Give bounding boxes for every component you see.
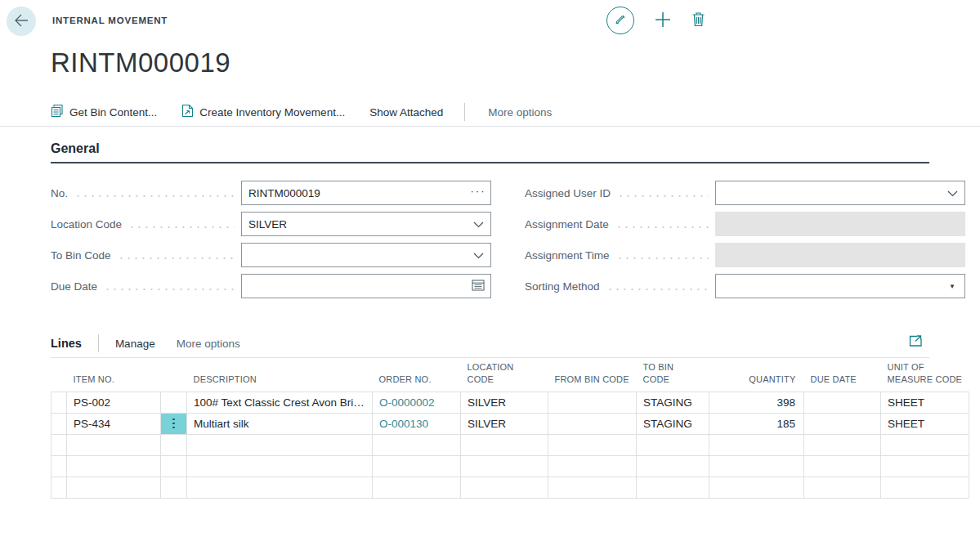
quantity-cell[interactable]: 185	[709, 413, 804, 434]
row-selector-cell[interactable]	[51, 477, 67, 498]
more-options-button[interactable]: More options	[488, 106, 552, 119]
uom-code-cell[interactable]: SHEET	[881, 392, 969, 413]
manage-button[interactable]: Manage	[115, 338, 155, 350]
location-code-dropdown-button[interactable]	[466, 213, 490, 235]
column-header-uom-code[interactable]: UNIT OF MEASURE CODE	[881, 358, 969, 392]
empty-cell[interactable]	[161, 434, 187, 455]
from-bin-code-cell[interactable]	[548, 392, 637, 413]
empty-cell[interactable]	[187, 477, 373, 498]
row-selector-cell[interactable]	[51, 455, 67, 477]
row-menu-cell[interactable]	[161, 392, 187, 413]
empty-cell[interactable]	[67, 477, 161, 498]
due-date-cell[interactable]	[804, 413, 881, 434]
column-header-location-code[interactable]: LOCATION CODE	[461, 358, 548, 392]
empty-cell[interactable]	[709, 455, 804, 477]
page-caption: INTERNAL MOVEMENT	[52, 16, 168, 25]
assigned-user-id-field[interactable]	[715, 181, 965, 205]
sorting-method-dropdown-button[interactable]: ▼	[940, 275, 964, 298]
to-bin-code-cell[interactable]: STAGING	[637, 392, 709, 413]
chevron-down-icon	[473, 218, 484, 230]
empty-cell[interactable]	[461, 455, 548, 477]
empty-cell[interactable]	[804, 434, 881, 455]
empty-cell[interactable]	[709, 434, 804, 455]
sorting-method-select[interactable]: ▼	[715, 274, 965, 298]
get-bin-content-button[interactable]: Get Bin Content...	[51, 104, 157, 120]
empty-cell[interactable]	[67, 434, 161, 455]
empty-cell[interactable]	[881, 477, 969, 498]
lines-heading[interactable]: Lines	[51, 337, 82, 350]
row-selector-cell[interactable]	[51, 413, 67, 434]
empty-cell[interactable]	[187, 434, 373, 455]
empty-cell[interactable]	[67, 455, 161, 477]
empty-cell[interactable]	[373, 434, 461, 455]
row-menu-cell[interactable]	[161, 413, 187, 434]
to-bin-code-cell[interactable]: STAGING	[637, 413, 709, 434]
column-header-description[interactable]: DESCRIPTION	[187, 358, 373, 392]
ellipsis-icon: ···	[471, 185, 486, 202]
column-header-from-bin-code[interactable]: FROM BIN CODE	[548, 358, 637, 392]
uom-code-cell[interactable]: SHEET	[881, 413, 969, 434]
empty-cell[interactable]	[804, 455, 881, 477]
general-heading[interactable]: General	[51, 141, 929, 163]
row-selector-cell[interactable]	[51, 392, 67, 413]
column-header-due-date[interactable]: DUE DATE	[804, 358, 881, 392]
show-attached-button[interactable]: Show Attached	[369, 106, 443, 119]
item-no-cell[interactable]: PS-434	[67, 413, 161, 434]
description-cell[interactable]: Multiart silk	[187, 413, 373, 434]
assigned-user-id-dropdown-button[interactable]	[940, 181, 964, 204]
empty-cell[interactable]	[461, 477, 548, 498]
expand-lines-button[interactable]	[909, 334, 923, 350]
empty-cell[interactable]	[709, 477, 804, 498]
column-header-order-no[interactable]: ORDER NO.	[373, 358, 461, 392]
no-label: No.	[51, 187, 68, 199]
empty-cell[interactable]	[637, 477, 709, 498]
order-no-link[interactable]: O-000130	[379, 418, 428, 430]
to-bin-code-dropdown-button[interactable]	[466, 244, 490, 266]
empty-cell[interactable]	[548, 455, 637, 477]
back-button[interactable]	[7, 7, 36, 36]
lines-table: ITEM NO. DESCRIPTION ORDER NO. LOCATION …	[51, 358, 969, 499]
location-code-cell[interactable]: SILVER	[461, 392, 548, 413]
calendar-picker-button[interactable]	[466, 275, 490, 298]
empty-cell[interactable]	[548, 477, 637, 498]
column-header-quantity[interactable]: QUANTITY	[709, 358, 804, 392]
location-code-cell[interactable]: SILVER	[461, 413, 548, 434]
empty-cell[interactable]	[637, 455, 709, 477]
row-selector-cell[interactable]	[51, 434, 67, 455]
empty-cell[interactable]	[373, 455, 461, 477]
order-no-cell[interactable]: O-0000002	[373, 392, 461, 413]
order-no-link[interactable]: O-0000002	[379, 396, 435, 409]
empty-cell[interactable]	[881, 455, 969, 477]
pencil-icon	[614, 13, 627, 29]
empty-cell[interactable]	[373, 477, 461, 498]
delete-button[interactable]	[691, 11, 705, 29]
no-field[interactable]: RINTM000019 ···	[241, 181, 491, 205]
empty-cell[interactable]	[637, 434, 709, 455]
description-cell[interactable]: 100# Text Classic Crest Avon Brill...	[187, 392, 373, 413]
order-no-cell[interactable]: O-000130	[373, 413, 461, 434]
show-attached-label: Show Attached	[369, 106, 443, 119]
dotted-leader	[104, 289, 235, 290]
due-date-field[interactable]	[241, 274, 491, 298]
column-header-to-bin-code[interactable]: TO BIN CODE	[637, 358, 709, 392]
row-options-button[interactable]	[161, 414, 186, 434]
item-no-cell[interactable]: PS-002	[67, 392, 161, 413]
column-header-item-no[interactable]: ITEM NO.	[67, 358, 161, 392]
empty-cell[interactable]	[461, 434, 548, 455]
to-bin-code-field[interactable]	[241, 243, 491, 267]
quantity-cell[interactable]: 398	[709, 392, 804, 413]
lines-more-options-button[interactable]: More options	[177, 338, 240, 350]
empty-cell[interactable]	[161, 477, 187, 498]
from-bin-code-cell[interactable]	[548, 413, 637, 434]
empty-cell[interactable]	[161, 455, 187, 477]
empty-cell[interactable]	[881, 434, 969, 455]
empty-cell[interactable]	[548, 434, 637, 455]
empty-cell[interactable]	[187, 455, 373, 477]
edit-button[interactable]	[606, 7, 634, 34]
create-inventory-movement-button[interactable]: Create Inventory Movement...	[181, 104, 345, 120]
assist-edit-button[interactable]: ···	[466, 181, 490, 204]
add-button[interactable]	[654, 11, 672, 31]
location-code-field[interactable]: SILVER	[241, 212, 491, 236]
empty-cell[interactable]	[804, 477, 881, 498]
due-date-cell[interactable]	[804, 392, 881, 413]
